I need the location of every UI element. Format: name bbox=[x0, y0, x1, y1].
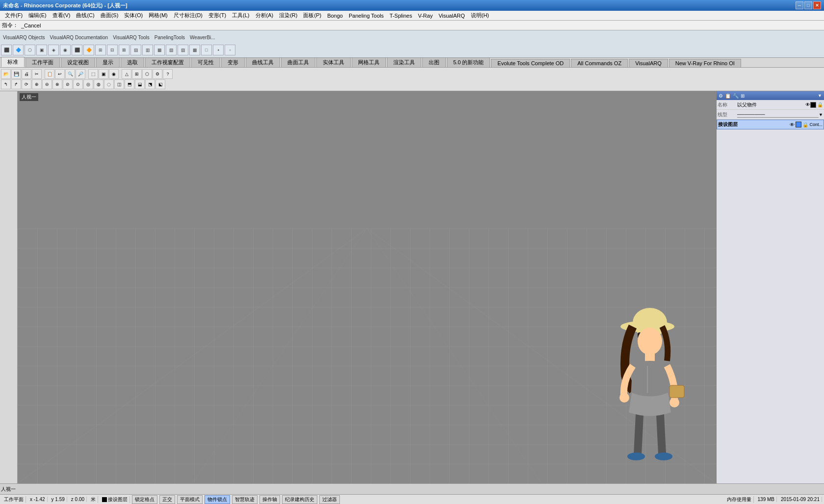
plugin-icon-3[interactable]: ▣ bbox=[36, 45, 47, 55]
tab-8[interactable]: 曲线工具 bbox=[246, 57, 280, 67]
status-ortho[interactable]: 正交 bbox=[159, 495, 175, 504]
toolbar-btn-r1-13[interactable]: ⬡ bbox=[142, 69, 152, 79]
plugin-icon-7[interactable]: 🔶 bbox=[83, 45, 94, 55]
toolbar-btn-r1-9[interactable]: ▣ bbox=[99, 69, 108, 79]
tab-10[interactable]: 实体工具 bbox=[316, 57, 351, 67]
tab-17[interactable]: VisualARQ bbox=[629, 59, 668, 67]
plugin-icon-5[interactable]: ◉ bbox=[60, 45, 71, 55]
toolbar-btn-r2-6[interactable]: ⊘ bbox=[63, 79, 73, 89]
toolbar-btn-r1-0[interactable]: 📂 bbox=[1, 69, 11, 79]
toolbar-btn-r1-7[interactable]: 🔎 bbox=[76, 69, 85, 79]
toolbar-btn-r2-4[interactable]: ⊖ bbox=[42, 79, 52, 89]
plugin-icon-2[interactable]: ⬡ bbox=[25, 45, 35, 55]
plugin-icon-9[interactable]: ⊟ bbox=[107, 45, 118, 55]
plugin-label-weaverbi[interactable]: WeaverBi... bbox=[188, 35, 217, 40]
menu-item-d[interactable]: 尺寸标注(D) bbox=[171, 11, 206, 20]
tab-4[interactable]: 选取 bbox=[121, 57, 144, 67]
tab-2[interactable]: 设定视图 bbox=[61, 57, 95, 67]
menu-item-visualarq[interactable]: VisualARQ bbox=[436, 12, 468, 20]
toolbar-btn-r1-1[interactable]: 💾 bbox=[11, 69, 21, 79]
tab-11[interactable]: 网格工具 bbox=[352, 57, 386, 67]
plugin-icon-19[interactable]: ▫ bbox=[225, 45, 235, 55]
toolbar-btn-r2-2[interactable]: ⟳ bbox=[22, 79, 31, 89]
toolbar-btn-r2-3[interactable]: ⊕ bbox=[32, 79, 42, 89]
maximize-button[interactable]: □ bbox=[804, 1, 812, 9]
status-filter[interactable]: 过滤器 bbox=[319, 495, 340, 504]
toolbar-btn-r2-14[interactable]: ⬔ bbox=[145, 79, 155, 89]
menu-item-e[interactable]: 编辑(E) bbox=[26, 11, 50, 20]
menu-item-f[interactable]: 文件(F) bbox=[2, 11, 26, 20]
toolbar-btn-r2-13[interactable]: ⬓ bbox=[135, 79, 145, 89]
tab-7[interactable]: 变形 bbox=[221, 57, 245, 67]
tab-5[interactable]: 工作视窗配置 bbox=[145, 57, 190, 67]
toolbar-btn-r2-7[interactable]: ⊙ bbox=[73, 79, 83, 89]
toolbar-btn-r2-11[interactable]: ◫ bbox=[114, 79, 124, 89]
tab-16[interactable]: All Commands OZ bbox=[571, 59, 628, 67]
toolbar-btn-r1-8[interactable]: ⬚ bbox=[88, 69, 98, 79]
menu-item-s[interactable]: 曲面(S) bbox=[98, 11, 122, 20]
plugin-icon-11[interactable]: ▤ bbox=[130, 45, 141, 55]
tab-6[interactable]: 可见性 bbox=[191, 57, 220, 67]
plugin-icon-14[interactable]: ▧ bbox=[166, 45, 177, 55]
toolbar-btn-r2-10[interactable]: ◌ bbox=[104, 79, 114, 89]
menu-item-bongo[interactable]: Bongo bbox=[324, 12, 346, 20]
menu-item-o[interactable]: 实体(O) bbox=[121, 11, 146, 20]
tab-12[interactable]: 渲染工具 bbox=[387, 57, 421, 67]
plugin-icon-10[interactable]: ⊠ bbox=[119, 45, 129, 55]
plugin-label-panelingtools[interactable]: PanelingTools bbox=[153, 35, 187, 40]
toolbar-btn-r1-2[interactable]: 🖨 bbox=[22, 69, 31, 79]
close-button[interactable]: ✕ bbox=[813, 1, 821, 9]
toolbar-btn-r2-1[interactable]: ↱ bbox=[11, 79, 21, 89]
tab-9[interactable]: 曲面工具 bbox=[281, 57, 315, 67]
plugin-icon-6[interactable]: ⬛ bbox=[72, 45, 82, 55]
status-plane-mode[interactable]: 平面模式 bbox=[177, 495, 203, 504]
plugin-icon-0[interactable]: ⬛ bbox=[1, 45, 12, 55]
plugin-icon-13[interactable]: ▦ bbox=[154, 45, 165, 55]
menu-item-r[interactable]: 渲染(R) bbox=[276, 11, 300, 20]
tab-13[interactable]: 出图 bbox=[422, 57, 446, 67]
menu-item-h[interactable]: 说明(H) bbox=[468, 11, 492, 20]
plugin-icon-16[interactable]: ▩ bbox=[189, 45, 200, 55]
menu-item-c[interactable]: 曲线(C) bbox=[73, 11, 97, 20]
menu-item-t[interactable]: 变形(T) bbox=[206, 11, 229, 20]
toolbar-btn-r2-0[interactable]: ↰ bbox=[1, 79, 11, 89]
tab-1[interactable]: 工作平面 bbox=[26, 57, 60, 67]
status-op-axis[interactable]: 操作轴 bbox=[259, 495, 280, 504]
plugin-label-visualarqobjects[interactable]: VisualARQ Objects bbox=[1, 35, 47, 40]
toolbar-btn-r1-15[interactable]: ? bbox=[163, 69, 173, 79]
plugin-icon-17[interactable]: □ bbox=[201, 45, 212, 55]
rp-linetype-dropdown[interactable]: ▼ bbox=[819, 112, 823, 117]
menu-item-v[interactable]: 查看(V) bbox=[50, 11, 74, 20]
menu-item-m[interactable]: 网格(M) bbox=[146, 11, 171, 20]
minimize-button[interactable]: ─ bbox=[796, 1, 803, 9]
menu-item-p[interactable]: 面板(P) bbox=[300, 11, 324, 20]
plugin-label-visualarqtools[interactable]: VisualARQ Tools bbox=[111, 35, 152, 40]
status-obj-snap[interactable]: 物件锁点 bbox=[205, 495, 230, 504]
plugin-icon-1[interactable]: 🔷 bbox=[13, 45, 24, 55]
tab-18[interactable]: New V-Ray For Rhino OI bbox=[669, 59, 741, 67]
toolbar-btn-r2-5[interactable]: ⊗ bbox=[52, 79, 62, 89]
plugin-icon-12[interactable]: ▥ bbox=[142, 45, 153, 55]
plugin-icon-8[interactable]: ⊞ bbox=[95, 45, 106, 55]
toolbar-btn-r1-12[interactable]: ⊞ bbox=[132, 69, 142, 79]
toolbar-btn-r2-12[interactable]: ⬒ bbox=[125, 79, 134, 89]
plugin-icon-15[interactable]: ▨ bbox=[178, 45, 188, 55]
tab-3[interactable]: 显示 bbox=[96, 57, 120, 67]
menu-item-vray[interactable]: V-Ray bbox=[415, 12, 436, 20]
menu-item-tsplines[interactable]: T-Splines bbox=[386, 12, 415, 20]
tab-0[interactable]: 标准 bbox=[1, 57, 25, 67]
toolbar-btn-r2-9[interactable]: ◍ bbox=[94, 79, 103, 89]
toolbar-btn-r1-3[interactable]: ✂ bbox=[32, 69, 42, 79]
status-smart-track[interactable]: 智慧轨迹 bbox=[232, 495, 258, 504]
tab-15[interactable]: Evolute Tools Complete OD bbox=[491, 59, 570, 67]
status-history[interactable]: 纪录建构历史 bbox=[282, 495, 317, 504]
menu-item-a[interactable]: 分析(A) bbox=[253, 11, 277, 20]
plugin-icon-4[interactable]: ◈ bbox=[48, 45, 59, 55]
menu-item-l[interactable]: 工具(L) bbox=[229, 11, 252, 20]
toolbar-btn-r2-15[interactable]: ⬕ bbox=[155, 79, 165, 89]
plugin-label-visualarqdocumentation[interactable]: VisualARQ Documentation bbox=[48, 35, 110, 40]
toolbar-btn-r1-6[interactable]: 🔍 bbox=[65, 69, 75, 79]
plugin-icon-18[interactable]: ▪ bbox=[213, 45, 224, 55]
toolbar-btn-r2-8[interactable]: ◎ bbox=[83, 79, 93, 89]
toolbar-btn-r1-5[interactable]: ↩ bbox=[55, 69, 65, 79]
